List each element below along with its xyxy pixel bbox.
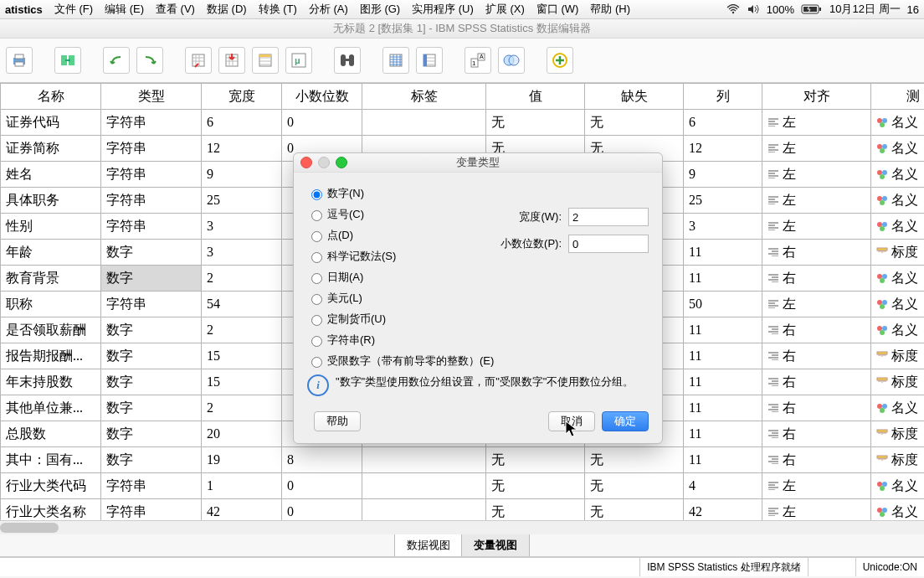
cell[interactable]: 标度 [871, 240, 925, 266]
cell[interactable]: 字符串 [101, 292, 202, 317]
cell[interactable]: 无 [486, 447, 585, 473]
cell[interactable]: 名义 [871, 499, 925, 521]
cell[interactable]: 名义 [871, 473, 925, 499]
tab-variable-view[interactable]: 变量视图 [461, 534, 530, 556]
col-header[interactable]: 值 [486, 84, 585, 110]
cell[interactable]: 数字 [101, 240, 202, 266]
cell[interactable]: 11 [684, 369, 762, 395]
cell[interactable]: 数字 [101, 421, 202, 447]
col-header[interactable]: 宽度 [202, 84, 282, 110]
table-row[interactable]: 行业大类代码字符串10无无4 左名义 [1, 473, 925, 499]
redo-button[interactable] [136, 47, 163, 74]
type-radio-row[interactable]: 点(D) [307, 224, 495, 245]
cell[interactable]: 姓名 [1, 162, 101, 188]
cell[interactable]: 12 [684, 136, 762, 162]
type-radio[interactable] [311, 189, 322, 200]
value-labels-button[interactable]: 1A [465, 47, 491, 74]
cell[interactable]: 2 [202, 266, 282, 292]
ok-button[interactable]: 确定 [602, 411, 649, 431]
cell[interactable]: 总股数 [1, 421, 101, 447]
cell[interactable]: 名义 [871, 317, 925, 343]
cell[interactable]: 15 [202, 369, 282, 395]
cell[interactable]: 职称 [1, 292, 101, 317]
type-radio[interactable] [311, 357, 322, 368]
cell[interactable]: 数字 [101, 369, 202, 395]
cell[interactable]: 无 [486, 110, 585, 136]
help-button[interactable]: 帮助 [314, 411, 361, 431]
type-radio[interactable] [311, 210, 322, 221]
cell[interactable]: 11 [684, 343, 762, 369]
variables-button[interactable] [252, 47, 279, 74]
cell[interactable]: 行业大类代码 [1, 473, 101, 499]
col-header[interactable]: 名称 [1, 84, 101, 110]
type-radio[interactable] [311, 231, 322, 242]
cell[interactable]: 名义 [871, 162, 925, 188]
cell[interactable]: 性别 [1, 214, 101, 240]
horizontal-scrollbar[interactable] [0, 520, 924, 534]
cell[interactable]: 2 [202, 317, 282, 343]
cell[interactable]: 其中：国有... [1, 447, 101, 473]
cell[interactable]: 左 [762, 473, 871, 499]
cell[interactable]: 6 [202, 110, 282, 136]
cell[interactable]: 左 [762, 162, 871, 188]
cell[interactable]: 右 [762, 317, 871, 343]
undo-button[interactable] [103, 47, 130, 74]
cell[interactable]: 4 [684, 473, 762, 499]
cell[interactable]: 名义 [871, 395, 925, 421]
cell[interactable]: 名义 [871, 214, 925, 240]
cell[interactable]: 标度 [871, 343, 925, 369]
cell[interactable]: 右 [762, 447, 871, 473]
recall-button[interactable] [54, 47, 81, 74]
cell[interactable]: 字符串 [101, 136, 202, 162]
col-header[interactable]: 小数位数 [282, 84, 362, 110]
cell[interactable]: 字符串 [101, 499, 202, 521]
cell[interactable]: 其他单位兼... [1, 395, 101, 421]
cell[interactable]: 报告期报酬... [1, 343, 101, 369]
cell[interactable] [362, 499, 486, 521]
cell[interactable]: 25 [684, 188, 762, 214]
cell[interactable]: 1 [202, 473, 282, 499]
cell[interactable]: 字符串 [101, 473, 202, 499]
cell[interactable]: 具体职务 [1, 188, 101, 214]
table-row[interactable]: 行业大类名称字符串420无无42 左名义 [1, 499, 925, 521]
col-header[interactable]: 测 [871, 84, 925, 110]
insert-var-button[interactable]: μ [285, 47, 312, 74]
cell[interactable]: 25 [202, 188, 282, 214]
cell[interactable]: 0 [282, 499, 362, 521]
cell[interactable]: 0 [282, 110, 362, 136]
cell[interactable]: 字符串 [101, 188, 202, 214]
col-header[interactable]: 对齐 [762, 84, 871, 110]
cell[interactable]: 数字 [101, 447, 202, 473]
cell[interactable]: 无 [585, 499, 684, 521]
select-button[interactable] [498, 47, 525, 74]
cell[interactable]: 无 [486, 473, 585, 499]
table-row[interactable]: 其中：国有...数字198无无11 右标度 [1, 447, 925, 473]
type-radio[interactable] [311, 336, 322, 347]
menu-edit[interactable]: 编辑 (E) [105, 2, 144, 17]
cell[interactable] [362, 447, 486, 473]
cancel-button[interactable]: 取消 [548, 411, 595, 431]
cell[interactable]: 字符串 [101, 110, 202, 136]
cell[interactable]: 右 [762, 421, 871, 447]
cell[interactable]: 左 [762, 292, 871, 317]
cell[interactable]: 名义 [871, 110, 925, 136]
find-button[interactable] [334, 47, 361, 74]
col-header[interactable]: 缺失 [585, 84, 684, 110]
type-radio[interactable] [311, 252, 322, 263]
cell[interactable]: 右 [762, 343, 871, 369]
menu-data[interactable]: 数据 (D) [207, 2, 247, 17]
cell[interactable]: 名义 [871, 188, 925, 214]
cell[interactable]: 标度 [871, 447, 925, 473]
cell[interactable]: 50 [684, 292, 762, 317]
cell[interactable]: 无 [585, 447, 684, 473]
type-radio-row[interactable]: 逗号(C) [307, 204, 495, 224]
cell[interactable]: 左 [762, 188, 871, 214]
cell[interactable]: 19 [202, 447, 282, 473]
menu-view[interactable]: 查看 (V) [156, 2, 195, 17]
type-radio-row[interactable]: 美元(L) [307, 287, 495, 308]
cell[interactable]: 左 [762, 214, 871, 240]
cell[interactable]: 数字 [101, 395, 202, 421]
cell[interactable]: 标度 [871, 421, 925, 447]
cell[interactable]: 右 [762, 395, 871, 421]
cell[interactable]: 左 [762, 110, 871, 136]
